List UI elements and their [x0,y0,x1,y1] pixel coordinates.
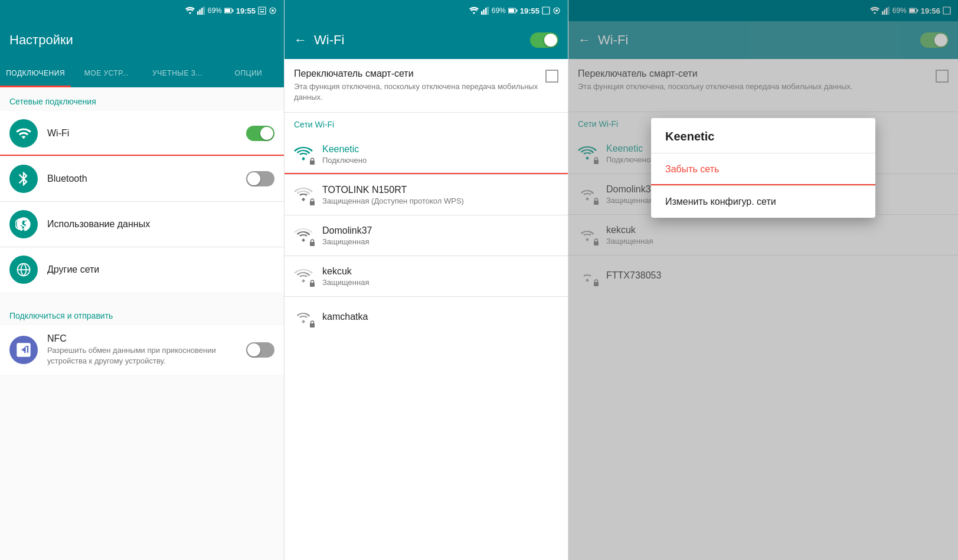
other-networks-icon [15,261,32,278]
wifi1-time: 19:55 [520,6,540,15]
wifi-icon-bg [9,119,38,148]
svg-rect-22 [310,161,315,165]
svg-rect-1 [199,9,201,15]
wifi-toggle[interactable] [246,126,274,141]
bluetooth-item-text: Bluetooth [47,173,239,184]
battery-icon2 [508,8,518,14]
settings-item-wifi[interactable]: Wi-Fi [0,111,284,156]
wifi-network-domolink[interactable]: Domolink37 Защищенная [285,215,568,256]
wifi-toggle-switch[interactable] [246,126,274,141]
battery-status: 69% [208,6,222,15]
other-icon-bg [9,256,38,284]
android-icon2 [552,6,561,15]
nfc-item-text: NFC Разрешить обмен данными при прикосно… [47,333,239,366]
bluetooth-icon-bg [9,165,38,193]
wifi-toggle-knob [260,127,273,140]
screenshot-icon [258,6,266,15]
dialog-option-forget[interactable]: Забыть сеть [651,153,875,185]
section-gap [0,292,284,302]
status-icons: 69% 19:55 [185,6,277,15]
settings-item-bluetooth[interactable]: Bluetooth [0,156,284,201]
wifi-domolink-icon-wrap [294,226,313,245]
wifi-status-icons: 69% 19:55 [469,6,561,15]
wifi-kekcuk-icon-wrap [294,267,313,286]
svg-rect-5 [232,9,233,12]
wifi-network-kamchatka[interactable]: kamchatka [285,297,568,337]
wifi-kekcuk-name: kekcuk [322,266,558,277]
settings-app-bar: Настройки [0,21,284,59]
tab-mydevice[interactable]: МОЕ УСТР... [71,59,142,87]
smart-switch-checkbox[interactable] [545,70,558,83]
smart-switch-desc: Эта функция отключена, поскольку отключе… [294,81,538,103]
lock-icon-kamchatka [309,320,315,328]
smart-switch-text: Переключатель смарт-сети Эта функция отк… [294,68,538,103]
wifi2-panel: 69% 19:56 ← Wi-Fi Переключатель смарт-с [568,0,958,560]
nfc-toggle[interactable] [246,342,274,358]
data-usage-icon [15,216,32,232]
signal-icon2 [481,6,489,15]
settings-item-nfc[interactable]: NFC Разрешить обмен данными при прикосно… [0,325,284,375]
settings-item-other[interactable]: Другие сети [0,247,284,292]
svg-rect-7 [259,7,266,14]
dialog-overlay[interactable]: Keenetic Забыть сеть Изменить конфигур. … [568,0,958,560]
smart-switch-section: Переключатель смарт-сети Эта функция отк… [285,59,568,113]
settings-tabs: ПОДКЛЮЧЕНИЯ МОЕ УСТР... УЧЕТНЫЕ З... ОПЦ… [0,59,284,87]
wifi-totolink-text: TOTOLINK N150RT Защищенная (Доступен про… [322,185,558,205]
wifi-header-toggle-knob [544,34,557,47]
wifi-keenetic-icon-wrap [294,145,313,163]
bluetooth-item-title: Bluetooth [47,173,239,184]
keenetic-dialog: Keenetic Забыть сеть Изменить конфигур. … [651,118,875,218]
network-section-header: Сетевые подключения [0,87,284,111]
smart-switch-title: Переключатель смарт-сети [294,68,538,79]
lock-icon-keenetic [309,158,315,165]
wifi-keenetic-name: Keenetic [322,144,558,155]
wifi-kamchatka-icon-wrap [294,307,313,326]
svg-rect-15 [487,6,489,15]
wifi-keenetic-status: Подключено [322,156,558,165]
svg-point-21 [555,9,558,12]
wifi-totolink-icon-wrap [294,185,313,204]
bluetooth-toggle-switch[interactable] [246,171,274,186]
svg-rect-2 [201,8,203,15]
wifi-panel: 69% 19:55 ← Wi-Fi [284,0,568,560]
wifi-kamchatka-name: kamchatka [322,312,558,322]
data-item-title: Использование данных [47,219,274,230]
data-item-text: Использование данных [47,219,274,230]
wifi-network-keenetic[interactable]: Keenetic Подключено [285,134,568,174]
wifi-networks-header: Сети Wi-Fi [285,113,568,134]
wifi-header-toggle-switch[interactable] [530,32,558,48]
wifi-network-totolink[interactable]: TOTOLINK N150RT Защищенная (Доступен про… [285,175,568,215]
svg-rect-3 [203,6,205,15]
bluetooth-toggle-knob [247,172,260,185]
lock-icon-kekcuk [309,280,315,287]
wifi-network-kekcuk[interactable]: kekcuk Защищенная [285,256,568,296]
svg-rect-18 [509,9,514,12]
dialog-title: Keenetic [651,130,875,153]
svg-rect-14 [485,8,487,15]
svg-rect-19 [542,7,550,14]
other-item-title: Другие сети [47,264,274,275]
dialog-option-modify[interactable]: Изменить конфигур. сети [651,186,875,218]
nfc-item-title: NFC [47,333,239,344]
wifi-back-button[interactable]: ← [294,32,307,48]
wifi-domolink-name: Domolink37 [322,225,558,236]
signal-status-icon [197,6,205,15]
nfc-toggle-switch[interactable] [246,342,274,358]
tab-options[interactable]: ОПЦИИ [213,59,284,87]
nfc-icon-bg [9,336,38,364]
android-icon [269,6,277,15]
lock-icon-totolink [309,198,315,205]
bluetooth-toggle[interactable] [246,171,274,186]
settings-title: Настройки [9,32,73,48]
nfc-item-subtitle: Разрешить обмен данными при прикосновени… [47,345,239,366]
settings-item-data[interactable]: Использование данных [0,202,284,247]
settings-panel: 69% 19:55 Настройки ПОДКЛЮЧЕНИЯ М [0,0,284,560]
nfc-toggle-knob [247,343,260,356]
svg-rect-26 [310,323,315,328]
wifi-domolink-text: Domolink37 Защищенная [322,225,558,246]
screenshot-icon2 [542,6,550,15]
wifi-toggle-header[interactable] [530,32,558,48]
connect-section-header: Подключиться и отправить [0,302,284,325]
tab-accounts[interactable]: УЧЕТНЫЕ З... [142,59,213,87]
tab-connections[interactable]: ПОДКЛЮЧЕНИЯ [0,59,71,87]
